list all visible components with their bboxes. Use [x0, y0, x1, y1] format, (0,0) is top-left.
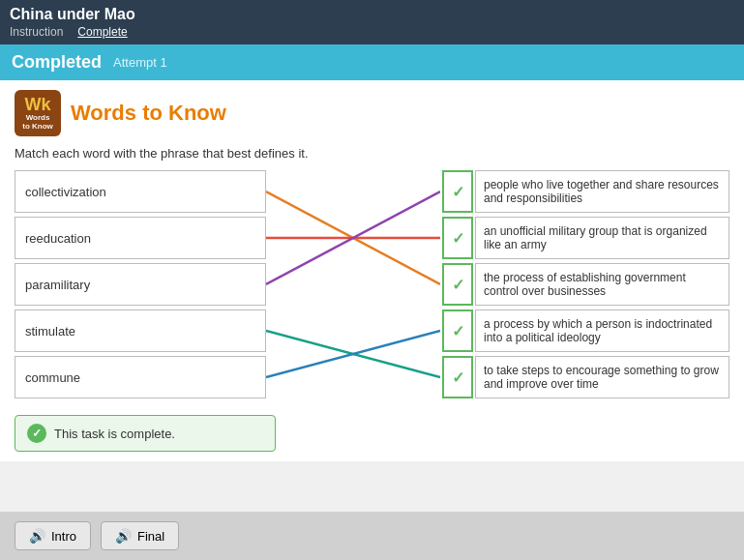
check-3: ✓: [442, 309, 473, 352]
def-box-4[interactable]: to take steps to encourage something to …: [475, 356, 729, 398]
check-4: ✓: [442, 356, 473, 398]
logo-toknow-text: to Know: [22, 122, 53, 131]
logo-words-text: Words: [26, 113, 50, 122]
instruction-text: Match each word with the phrase that bes…: [15, 146, 729, 161]
nav-complete[interactable]: Complete: [77, 25, 127, 39]
definitions-column: people who live together and share resou…: [475, 170, 729, 398]
check-2: ✓: [442, 263, 473, 306]
top-nav: Instruction Complete: [10, 25, 734, 39]
nav-instruction[interactable]: Instruction: [10, 25, 63, 39]
def-box-3[interactable]: a process by which a person is indoctrin…: [475, 309, 729, 352]
wtk-title: Words to Know: [71, 101, 226, 126]
check-1: ✓: [442, 217, 473, 259]
task-complete-text: This task is complete.: [54, 427, 175, 441]
task-complete-banner: ✓ This task is complete.: [15, 415, 276, 452]
connection-lines: [266, 170, 440, 402]
completed-label: Completed: [12, 52, 102, 73]
intro-button[interactable]: 🔊 Intro: [15, 521, 91, 550]
match-container: collectivization reeducation paramilitar…: [15, 170, 729, 405]
word-box-paramilitary[interactable]: paramilitary: [15, 263, 266, 306]
logo-top-text: Wk: [25, 96, 51, 113]
check-0: ✓: [442, 170, 473, 213]
wtk-header: Wk Words to Know Words to Know: [15, 90, 729, 136]
top-bar: China under Mao Instruction Complete: [0, 0, 744, 44]
word-box-stimulate[interactable]: stimulate: [15, 309, 266, 352]
bottom-bar: 🔊 Intro 🔊 Final: [0, 512, 744, 560]
speaker-icon-intro: 🔊: [29, 528, 45, 544]
app-title: China under Mao: [10, 6, 734, 23]
word-box-reeducation[interactable]: reeducation: [15, 217, 266, 259]
content-area: Wk Words to Know Words to Know Match eac…: [0, 80, 744, 461]
task-check-icon: ✓: [27, 424, 46, 443]
words-column: collectivization reeducation paramilitar…: [15, 170, 266, 398]
def-box-0[interactable]: people who live together and share resou…: [475, 170, 729, 213]
completed-bar: Completed Attempt 1: [0, 44, 744, 80]
speaker-icon-final: 🔊: [115, 528, 132, 544]
word-box-collectivization[interactable]: collectivization: [15, 170, 266, 213]
def-box-1[interactable]: an unofficial military group that is org…: [475, 217, 729, 259]
wtk-logo: Wk Words to Know: [15, 90, 61, 136]
final-button[interactable]: 🔊 Final: [101, 521, 179, 550]
def-box-2[interactable]: the process of establishing government c…: [475, 263, 729, 306]
attempt-label: Attempt 1: [113, 55, 167, 70]
lines-area: [266, 170, 440, 405]
word-box-commune[interactable]: commune: [15, 356, 266, 398]
checks-column: ✓ ✓ ✓ ✓ ✓: [440, 170, 475, 398]
